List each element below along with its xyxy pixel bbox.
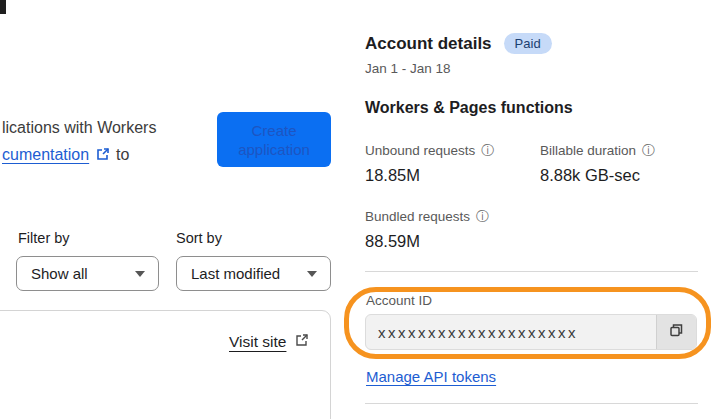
intro-text: lications with Workers cumentation to (2, 114, 156, 169)
paid-plan-badge: Paid (504, 33, 552, 54)
account-id-field-group (365, 314, 697, 350)
chevron-down-icon (135, 271, 145, 277)
divider (365, 403, 698, 404)
chevron-down-icon (307, 271, 317, 277)
account-id-label: Account ID (366, 293, 432, 308)
external-link-icon (96, 142, 110, 169)
functions-section-title: Workers & Pages functions (365, 99, 573, 117)
external-link-icon (295, 333, 309, 351)
filter-dropdown-value: Show all (31, 265, 88, 282)
create-application-button[interactable]: Create application (217, 112, 331, 167)
visit-site-link[interactable]: Visit site (229, 333, 311, 351)
page-title: Account details (365, 34, 492, 54)
sort-dropdown-value: Last modified (191, 265, 280, 282)
intro-line-2: cumentation to (2, 141, 156, 169)
intro-line-1: lications with Workers (2, 114, 156, 141)
copy-button[interactable] (656, 315, 696, 349)
stat-label: Bundled requests (365, 209, 470, 224)
intro-after-link: to (116, 146, 129, 163)
stat-label: Billable duration (540, 143, 636, 158)
filter-by-label: Filter by (18, 230, 70, 246)
account-details-header: Account details Paid (365, 33, 552, 54)
documentation-link[interactable]: cumentation (2, 146, 112, 163)
stat-bundled-requests: Bundled requests ⓘ 88.59M (365, 209, 489, 251)
account-id-input[interactable] (366, 315, 656, 349)
info-icon[interactable]: ⓘ (642, 144, 655, 157)
date-range: Jan 1 - Jan 18 (365, 61, 451, 76)
sort-dropdown[interactable]: Last modified (176, 256, 331, 291)
copy-icon (668, 322, 685, 342)
stat-billable-duration: Billable duration ⓘ 8.88k GB-sec (540, 143, 655, 185)
stat-unbound-requests: Unbound requests ⓘ 18.85M (365, 143, 494, 185)
stat-label: Unbound requests (365, 143, 475, 158)
divider (365, 271, 698, 272)
cropped-edge-element (0, 0, 6, 14)
stat-value: 18.85M (365, 166, 494, 185)
stat-value: 8.88k GB-sec (540, 166, 655, 185)
info-icon[interactable]: ⓘ (481, 144, 494, 157)
manage-api-tokens-link[interactable]: Manage API tokens (366, 368, 496, 385)
sort-by-label: Sort by (176, 230, 222, 246)
info-icon[interactable]: ⓘ (476, 210, 489, 223)
stat-value: 88.59M (365, 232, 489, 251)
filter-dropdown[interactable]: Show all (16, 256, 159, 291)
project-card (0, 310, 331, 419)
